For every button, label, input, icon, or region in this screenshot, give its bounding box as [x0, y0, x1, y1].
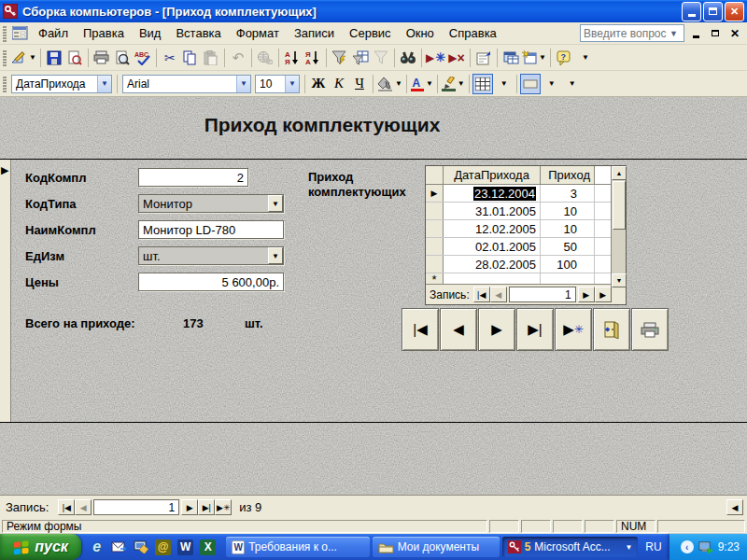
- italic-button[interactable]: К: [329, 74, 349, 94]
- apply-filter-button[interactable]: [371, 48, 391, 68]
- last-record-button[interactable]: ▶: [595, 287, 612, 302]
- filter-by-form-button[interactable]: [350, 48, 371, 68]
- ask-question-input[interactable]: [581, 26, 667, 40]
- table-row[interactable]: 31.01.2005 10: [426, 203, 626, 220]
- print-form-button[interactable]: [631, 308, 669, 351]
- date-cell[interactable]: 28.02.2005: [444, 256, 541, 273]
- print-button[interactable]: [92, 48, 112, 68]
- save-button[interactable]: [44, 48, 64, 68]
- date-cell[interactable]: 31.01.2005: [444, 203, 541, 219]
- add-record-button[interactable]: ▶✳: [555, 308, 592, 351]
- first-record-button[interactable]: |◀: [473, 287, 490, 302]
- menu-insert[interactable]: Вставка: [168, 23, 228, 43]
- column-header-date[interactable]: ДатаПрихода: [444, 166, 541, 184]
- goto-previous-button[interactable]: ◀: [440, 308, 477, 351]
- outlook-express-icon[interactable]: [111, 540, 127, 553]
- taskbar-clock[interactable]: 9:23: [718, 540, 740, 553]
- goto-last-button[interactable]: ▶|: [516, 308, 554, 351]
- toolbar-grip[interactable]: [3, 76, 7, 92]
- table-row[interactable]: 12.02.2005 10: [426, 220, 626, 238]
- menu-records[interactable]: Записи: [287, 23, 342, 43]
- current-record-input[interactable]: 1: [93, 499, 179, 515]
- edizm-combo[interactable]: шт. ▼: [138, 246, 284, 265]
- sort-ascending-button[interactable]: А Я: [282, 48, 303, 68]
- special-effect-button[interactable]: [520, 74, 541, 94]
- database-window-button[interactable]: [500, 48, 521, 68]
- qty-cell[interactable]: 10: [541, 203, 595, 219]
- hide-icons-chevron[interactable]: ‹: [681, 540, 694, 553]
- previous-record-button[interactable]: ◀: [75, 499, 92, 515]
- table-row[interactable]: 02.01.2005 50: [426, 238, 626, 256]
- dropdown-icon[interactable]: ▼: [285, 76, 299, 92]
- mail-icon[interactable]: @: [155, 539, 171, 555]
- date-cell[interactable]: 02.01.2005: [444, 238, 541, 255]
- new-object-button[interactable]: ▼: [521, 48, 547, 68]
- menu-view[interactable]: Вид: [132, 23, 169, 43]
- font-name-combo[interactable]: Arial ▼: [122, 75, 251, 93]
- dropdown-caret-icon[interactable]: ▼: [458, 79, 465, 88]
- language-indicator[interactable]: RU: [638, 540, 669, 553]
- task-my-documents[interactable]: Мои документы: [373, 537, 500, 557]
- menu-edit[interactable]: Правка: [76, 23, 132, 43]
- row-selector[interactable]: ▶: [426, 185, 444, 202]
- start-button[interactable]: пуск: [0, 534, 81, 560]
- underline-button[interactable]: Ч: [349, 74, 370, 94]
- font-size-combo[interactable]: 10 ▼: [255, 75, 300, 93]
- scroll-up-button[interactable]: ▲: [612, 166, 627, 180]
- task-word-document[interactable]: W Требования к о...: [226, 537, 369, 557]
- previous-record-button[interactable]: ◀: [490, 287, 507, 302]
- date-cell[interactable]: 23.12.2004: [444, 185, 541, 202]
- delete-record-button[interactable]: ▶×: [446, 48, 467, 68]
- dropdown-caret-icon[interactable]: ▼: [395, 79, 402, 88]
- print-preview-button[interactable]: [112, 48, 133, 68]
- excel-icon[interactable]: X: [200, 539, 216, 555]
- mdi-close-button[interactable]: ✕: [726, 25, 743, 42]
- toolbar-grip[interactable]: [3, 25, 7, 42]
- cut-button[interactable]: ✂: [160, 48, 180, 68]
- qty-cell[interactable]: 50: [541, 238, 595, 255]
- question-dropdown-icon[interactable]: ▼: [667, 29, 681, 38]
- qty-cell[interactable]: 3: [541, 185, 595, 202]
- dropdown-caret-icon[interactable]: ▼: [426, 79, 433, 88]
- toolbar-grip[interactable]: [3, 49, 7, 66]
- insert-hyperlink-button[interactable]: [255, 48, 275, 68]
- qty-cell[interactable]: 100: [541, 256, 595, 273]
- paste-button[interactable]: [201, 48, 221, 68]
- internet-explorer-icon[interactable]: e: [89, 539, 105, 555]
- next-record-button[interactable]: ▶: [181, 499, 198, 515]
- form-view-button[interactable]: ▼: [9, 48, 37, 68]
- gridlines-button[interactable]: [472, 74, 493, 94]
- help-button[interactable]: ?: [554, 48, 574, 68]
- ceny-input[interactable]: 5 600,00р.: [138, 273, 284, 291]
- exit-form-button[interactable]: [593, 308, 630, 351]
- qty-cell[interactable]: 10: [541, 220, 595, 237]
- goto-first-button[interactable]: |◀: [402, 308, 439, 351]
- undo-button[interactable]: ↶: [228, 48, 248, 68]
- first-record-button[interactable]: |◀: [58, 499, 75, 515]
- copy-button[interactable]: [180, 48, 201, 68]
- dropdown-icon[interactable]: ▼: [268, 195, 283, 212]
- toolbar-options-button[interactable]: ▼: [561, 74, 582, 94]
- new-record-button[interactable]: ▶✳: [425, 48, 446, 68]
- word-icon[interactable]: W: [177, 539, 193, 555]
- file-search-button[interactable]: [64, 48, 85, 68]
- horizontal-scroll-left-button[interactable]: ◀: [726, 499, 743, 515]
- form-window-icon[interactable]: [12, 26, 28, 40]
- minimize-button[interactable]: [682, 2, 701, 21]
- new-record-row[interactable]: *: [426, 273, 626, 284]
- toolbar-options-button[interactable]: ▼: [574, 48, 595, 68]
- dropdown-icon[interactable]: ▼: [268, 247, 283, 264]
- menu-format[interactable]: Формат: [229, 23, 287, 43]
- record-selector-bar[interactable]: [0, 160, 11, 422]
- sort-descending-button[interactable]: Я А: [303, 48, 323, 68]
- goto-next-button[interactable]: ▶: [478, 308, 515, 351]
- close-button[interactable]: ✕: [725, 2, 744, 21]
- field-selector-combo[interactable]: ДатаПрихода ▼: [11, 75, 112, 93]
- font-color-button[interactable]: А ▼: [410, 74, 434, 94]
- row-selector[interactable]: [426, 220, 444, 237]
- kodkompl-input[interactable]: 2: [138, 168, 248, 187]
- naimkompl-input[interactable]: Монитор LD-780: [138, 220, 284, 239]
- header-selector-cell[interactable]: [426, 166, 444, 184]
- gridlines-dropdown[interactable]: ▼: [493, 74, 514, 94]
- menu-window[interactable]: Окно: [399, 23, 442, 43]
